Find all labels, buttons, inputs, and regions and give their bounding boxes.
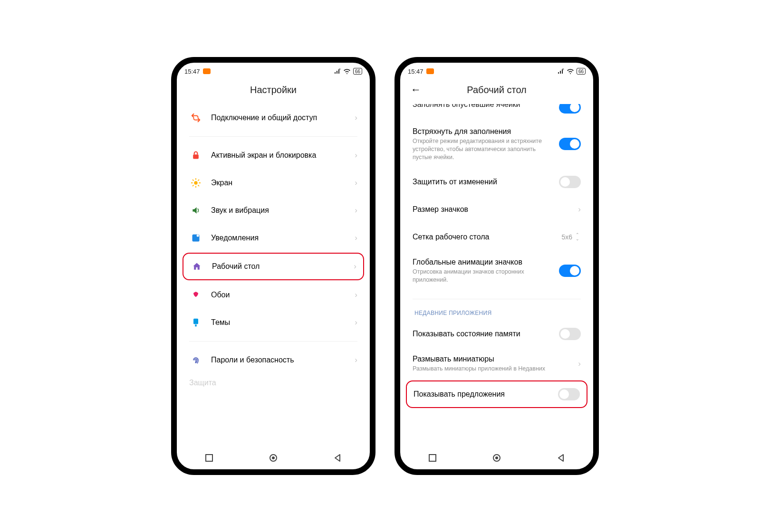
row-show-suggestions[interactable]: Показывать предложения — [406, 380, 587, 408]
row-lockscreen[interactable]: Активный экран и блокировка › — [181, 142, 366, 169]
svg-line-9 — [193, 185, 193, 186]
page-title: Настройки — [177, 78, 370, 104]
toggle-animations[interactable] — [559, 265, 581, 277]
svg-rect-14 — [195, 324, 196, 326]
svg-point-17 — [272, 456, 275, 459]
row-display[interactable]: Экран › — [181, 169, 366, 197]
status-time: 15:47 — [408, 68, 424, 75]
battery-indicator: 66 — [577, 68, 586, 75]
theme-icon — [191, 317, 201, 328]
phone-settings-main: 15:47 R 66 Настройки Подключение и общий… — [171, 57, 375, 475]
sound-icon — [191, 206, 201, 215]
row-blur-thumbnails[interactable]: Размывать миниатюры Размывать миниатюры … — [404, 348, 589, 380]
stepper-icon: ⌃⌄ — [574, 233, 581, 241]
page-title: ← Рабочий стол — [400, 78, 593, 104]
row-home-screen[interactable]: Рабочий стол › — [183, 253, 364, 280]
grid-value: 5x6 — [561, 233, 572, 241]
nav-back-button[interactable] — [333, 453, 342, 463]
nav-bar — [177, 446, 370, 469]
row-icon-size[interactable]: Размер значков › — [404, 196, 589, 223]
fingerprint-icon — [191, 355, 201, 365]
nav-bar — [400, 446, 593, 469]
row-security[interactable]: Пароли и безопасность › — [181, 346, 366, 374]
divider — [189, 341, 357, 342]
svg-line-8 — [198, 185, 199, 186]
notification-icon — [191, 233, 201, 243]
row-connection-share[interactable]: Подключение и общий доступ › — [181, 104, 366, 132]
toggle-shake-fill[interactable] — [559, 138, 581, 150]
row-global-animations[interactable]: Глобальные анимации значков Отрисовка ан… — [404, 251, 589, 291]
nav-home-button[interactable] — [269, 453, 278, 463]
svg-rect-1 — [193, 154, 199, 159]
battery-indicator: 66 — [353, 68, 362, 75]
row-protect-changes[interactable]: Защитить от изменений — [404, 168, 589, 196]
status-app-icon — [426, 68, 434, 74]
toggle-memory[interactable] — [559, 328, 581, 340]
svg-line-7 — [193, 180, 193, 180]
svg-rect-19 — [429, 455, 436, 461]
sun-icon — [191, 178, 201, 188]
lock-icon — [191, 151, 201, 160]
svg-point-12 — [197, 235, 199, 237]
phone-home-screen-settings: 15:47 R 66 ← Рабочий стол Заполнять опус… — [395, 57, 599, 475]
chevron-right-icon: › — [355, 151, 357, 160]
signal-icon: R — [558, 68, 564, 74]
svg-rect-13 — [193, 319, 198, 324]
signal-icon: R — [334, 68, 341, 74]
svg-point-21 — [495, 456, 498, 459]
share-icon — [191, 113, 201, 123]
row-show-memory[interactable]: Показывать состояние памяти — [404, 320, 589, 348]
svg-line-10 — [198, 180, 199, 180]
chevron-right-icon: › — [355, 355, 357, 365]
toggle-suggestions[interactable] — [558, 388, 580, 400]
row-themes[interactable]: Темы › — [181, 309, 366, 336]
chevron-right-icon: › — [355, 290, 357, 300]
svg-text:R: R — [562, 68, 564, 71]
svg-rect-15 — [206, 455, 212, 461]
toggle-fill-empty[interactable] — [559, 104, 581, 114]
settings-list[interactable]: Подключение и общий доступ › Активный эк… — [177, 104, 370, 446]
toggle-protect[interactable] — [559, 176, 581, 188]
row-grid[interactable]: Сетка рабочего стола 5x6 ⌃⌄ — [404, 223, 589, 251]
chevron-right-icon: › — [578, 205, 581, 214]
home-settings-list[interactable]: Заполнять опустевшие ячейки Встряхнуть д… — [400, 104, 593, 446]
chevron-right-icon: › — [355, 206, 357, 215]
nav-home-button[interactable] — [492, 453, 501, 463]
back-button[interactable]: ← — [411, 84, 421, 96]
status-app-icon — [203, 68, 211, 74]
status-bar: 15:47 R 66 — [177, 63, 370, 78]
status-time: 15:47 — [184, 68, 200, 75]
row-notifications[interactable]: Уведомления › — [181, 224, 366, 252]
row-wallpaper[interactable]: Обои › — [181, 281, 366, 309]
row-fill-empty-cells[interactable]: Заполнять опустевшие ячейки — [404, 104, 589, 120]
chevron-right-icon: › — [355, 233, 357, 243]
nav-back-button[interactable] — [556, 453, 566, 463]
chevron-right-icon: › — [578, 359, 581, 369]
status-bar: 15:47 R 66 — [400, 63, 593, 78]
section-recent-apps: НЕДАВНИЕ ПРИЛОЖЕНИЯ — [404, 304, 589, 320]
chevron-right-icon: › — [355, 318, 357, 327]
home-icon — [192, 262, 202, 271]
wifi-icon — [343, 68, 351, 74]
chevron-right-icon: › — [355, 178, 357, 188]
wifi-icon — [567, 68, 574, 74]
chevron-right-icon: › — [354, 262, 356, 271]
row-sound[interactable]: Звук и вибрация › — [181, 197, 366, 224]
row-shake-to-fill[interactable]: Встряхнуть для заполнения Откройте режим… — [404, 120, 589, 168]
divider — [413, 299, 581, 299]
svg-point-2 — [194, 181, 197, 184]
divider — [189, 136, 357, 137]
wallpaper-icon — [191, 290, 201, 300]
svg-text:R: R — [339, 68, 341, 71]
nav-recents-button[interactable] — [428, 453, 437, 463]
nav-recents-button[interactable] — [204, 453, 214, 463]
row-partial[interactable]: Защита — [181, 374, 366, 387]
chevron-right-icon: › — [355, 113, 357, 123]
